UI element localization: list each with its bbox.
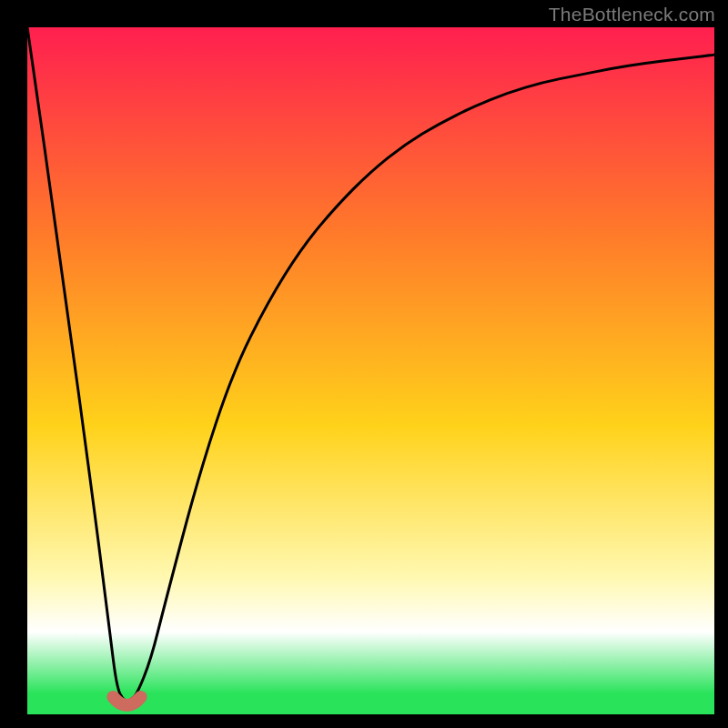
watermark-text: TheBottleneck.com	[549, 4, 715, 25]
bottleneck-curve	[27, 27, 714, 701]
curve-layer	[27, 27, 714, 714]
plot-area	[27, 27, 714, 714]
chart-root: TheBottleneck.com	[0, 0, 728, 728]
optimal-marker	[113, 697, 140, 705]
